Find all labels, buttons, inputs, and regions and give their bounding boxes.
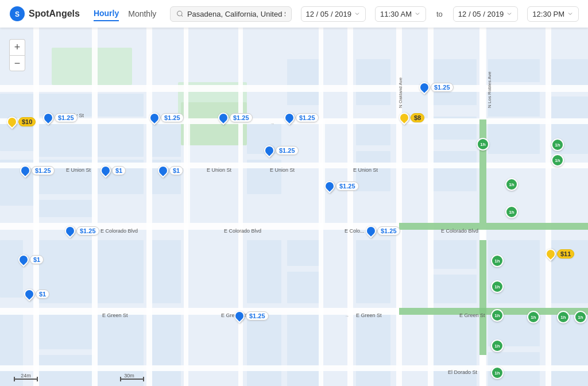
price-marker[interactable]: $11 xyxy=(546,249,574,259)
svg-rect-73 xyxy=(546,28,551,386)
hour-marker[interactable]: 1h xyxy=(505,178,518,191)
price-marker[interactable]: $1 xyxy=(100,165,126,176)
chevron-down-icon xyxy=(354,10,361,17)
svg-text:E Union St: E Union St xyxy=(353,167,378,173)
svg-text:→: → xyxy=(345,314,349,319)
svg-rect-36 xyxy=(149,240,181,303)
price-marker[interactable]: $1 xyxy=(158,165,183,176)
hour-marker[interactable]: 1h xyxy=(527,311,540,323)
hour-marker[interactable]: 1h xyxy=(491,280,504,293)
svg-text:S: S xyxy=(15,10,20,18)
svg-rect-65 xyxy=(146,28,152,386)
price-marker[interactable]: $1.25 xyxy=(324,181,359,191)
chevron-down-icon-3 xyxy=(506,10,513,17)
svg-text:E Green St: E Green St xyxy=(459,312,485,318)
map-background: Holly St E Union St E Union St E Union S… xyxy=(0,28,588,386)
svg-rect-33 xyxy=(0,240,23,298)
hour-marker[interactable]: 1h xyxy=(505,206,518,218)
svg-rect-75 xyxy=(187,119,190,223)
price-marker[interactable]: $1.25 xyxy=(218,113,253,123)
price-marker[interactable]: $10 xyxy=(7,117,36,127)
price-marker[interactable]: $1.25 xyxy=(149,113,184,123)
svg-rect-31 xyxy=(488,122,540,154)
map[interactable]: Holly St E Union St E Union St E Union S… xyxy=(0,28,588,386)
svg-text:E Colorado Blvd: E Colorado Blvd xyxy=(224,228,261,234)
price-marker[interactable]: $1.25 xyxy=(264,145,299,156)
time-from-picker[interactable]: 11:30 AM xyxy=(375,6,426,22)
date-from-value: 12 / 05 / 2019 xyxy=(306,10,352,18)
svg-rect-49 xyxy=(149,312,181,386)
tab-hourly[interactable]: Hourly xyxy=(94,6,119,21)
svg-rect-13 xyxy=(37,200,95,217)
svg-rect-42 xyxy=(431,275,477,303)
svg-rect-48 xyxy=(98,312,144,386)
svg-rect-67 xyxy=(238,28,243,386)
svg-rect-17 xyxy=(149,122,181,157)
svg-text:N Los Robles Ave: N Los Robles Ave xyxy=(487,71,492,108)
to-label: to xyxy=(436,10,443,18)
time-to-picker[interactable]: 12:30 PM xyxy=(527,6,579,22)
svg-rect-22 xyxy=(356,59,390,105)
date-to-picker[interactable]: 12 / 05 / 2019 xyxy=(453,6,519,22)
time-from-value: 11:30 AM xyxy=(380,10,412,18)
svg-text:E Colo...: E Colo... xyxy=(345,228,365,234)
search-icon xyxy=(176,10,184,18)
svg-rect-64 xyxy=(92,28,98,386)
svg-text:E Colorado Blvd: E Colorado Blvd xyxy=(100,228,138,234)
zoom-controls: + − xyxy=(9,39,25,71)
svg-rect-52 xyxy=(356,312,390,386)
hour-marker[interactable]: 1h xyxy=(551,154,564,167)
svg-rect-69 xyxy=(347,28,353,386)
price-marker[interactable]: $1 xyxy=(24,289,49,299)
svg-rect-21 xyxy=(287,59,322,105)
svg-rect-14 xyxy=(98,94,144,117)
svg-line-3 xyxy=(181,15,183,16)
svg-text:El Dorado St: El Dorado St xyxy=(448,369,478,375)
logo-area[interactable]: S SpotAngels xyxy=(9,6,80,22)
hour-marker[interactable]: 1h xyxy=(491,366,504,379)
hour-marker[interactable]: 1h xyxy=(557,311,570,323)
price-marker[interactable]: $1.25 xyxy=(65,226,99,236)
svg-text:→: → xyxy=(212,166,217,171)
price-marker[interactable]: $1.25 xyxy=(284,113,319,123)
date-to-value: 12 / 05 / 2019 xyxy=(458,10,504,18)
svg-rect-43 xyxy=(488,240,540,303)
price-marker[interactable]: $1 xyxy=(18,254,44,265)
hour-marker[interactable]: 1h xyxy=(491,309,504,322)
zoom-out-button[interactable]: − xyxy=(9,55,25,71)
zoom-in-button[interactable]: + xyxy=(9,39,25,55)
hour-marker[interactable]: 1h xyxy=(491,339,504,352)
chevron-down-icon-4 xyxy=(567,10,574,17)
price-marker[interactable]: $8 xyxy=(399,113,424,123)
svg-text:→: → xyxy=(270,121,274,126)
hour-marker[interactable]: 1h xyxy=(551,138,564,151)
svg-text:E Green St: E Green St xyxy=(102,312,128,318)
svg-rect-37 xyxy=(247,240,281,303)
svg-rect-51 xyxy=(287,312,322,386)
hour-marker[interactable]: 1h xyxy=(491,254,504,267)
svg-rect-77 xyxy=(399,223,588,230)
date-from-picker[interactable]: 12 / 05 / 2019 xyxy=(301,6,366,22)
price-marker[interactable]: $1.25 xyxy=(366,226,400,236)
logo-icon: S xyxy=(9,6,25,22)
search-input[interactable] xyxy=(187,10,285,18)
svg-text:24m: 24m xyxy=(21,373,31,379)
svg-text:N Oakland Ave: N Oakland Ave xyxy=(398,77,403,108)
svg-rect-79 xyxy=(479,119,486,223)
svg-rect-38 xyxy=(287,240,322,266)
svg-text:E Green St: E Green St xyxy=(356,312,382,318)
price-marker[interactable]: $1.25 xyxy=(20,165,55,176)
hour-marker[interactable]: 1h xyxy=(574,311,587,323)
svg-rect-80 xyxy=(479,240,486,355)
svg-rect-46 xyxy=(37,312,95,349)
price-marker[interactable]: $1.25 xyxy=(419,82,454,92)
svg-rect-63 xyxy=(33,28,39,386)
hour-marker[interactable]: 1h xyxy=(477,138,489,150)
svg-rect-40 xyxy=(356,240,390,303)
search-bar[interactable] xyxy=(170,6,291,22)
svg-rect-23 xyxy=(356,122,390,145)
price-marker[interactable]: $1.25 xyxy=(43,113,78,123)
tab-monthly[interactable]: Monthly xyxy=(128,7,156,21)
price-marker[interactable]: $1.25 xyxy=(234,311,269,321)
svg-rect-50 xyxy=(247,312,281,386)
